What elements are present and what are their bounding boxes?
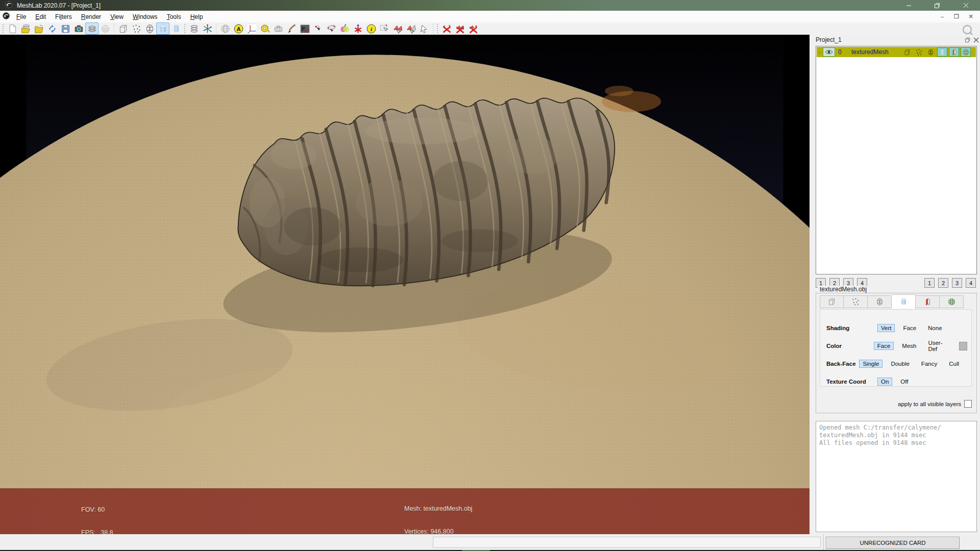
show-layer-dialog-icon[interactable] [85,22,99,35]
unrecognized-card-button[interactable]: UNRECOGNIZED CARD [826,537,960,549]
toolbar-handle[interactable] [184,23,186,34]
close-button[interactable] [951,0,980,11]
layer-row[interactable]: › 0 texturedMesh [817,47,976,57]
dock-close-icon[interactable] [973,36,979,45]
point-picking-icon[interactable] [311,22,325,35]
backface-cull-option[interactable]: Cull [945,360,963,368]
status-bar: UNRECOGNIZED CARD [0,534,980,550]
show-axis-icon[interactable]: A [232,22,245,35]
dock-float-icon[interactable] [965,36,970,45]
show-camera-icon[interactable] [272,22,285,35]
restore-button[interactable] [923,0,951,11]
drawmode-wireframe-icon[interactable] [143,22,156,35]
shading-vert-option[interactable]: Vert [877,324,895,332]
backface-fancy-option[interactable]: Fancy [918,360,941,368]
show-all-layers-icon[interactable] [187,22,201,35]
paint-tool-icon[interactable]: PP [298,22,311,35]
layer-texture-icon[interactable] [961,47,971,57]
drawmode-flat-icon[interactable] [156,22,169,35]
menu-view[interactable]: View [106,12,128,22]
svg-text:A: A [236,26,240,32]
open-project-icon[interactable] [19,22,32,35]
render-options-frame: Shading Vert Face None Color Face Mesh U… [820,309,972,387]
align-tool-icon[interactable] [325,22,338,35]
select-vertices-icon[interactable] [378,22,391,35]
import-mesh-icon[interactable] [32,22,45,35]
layer-bbox-icon[interactable] [902,47,912,57]
color-mesh-option[interactable]: Mesh [898,342,920,350]
texcoord-on-option[interactable]: On [877,378,892,386]
slot-button-4b[interactable]: 4 [966,278,976,288]
menu-edit[interactable]: Edit [31,12,51,22]
tab-wireframe[interactable] [868,295,892,308]
mdi-close-button[interactable]: ✕ [965,12,977,21]
delete-selected-faces-icon[interactable] [440,22,453,35]
tab-texture[interactable] [940,295,964,308]
log-line: texturedMesh.obj in 9144 msec [819,432,973,439]
texcoord-off-option[interactable]: Off [897,378,912,386]
snapshot-icon[interactable] [72,22,85,35]
hud-left-block: FOV: 60 FPS: 38.8 BO_RENDERING [81,491,132,534]
drawmode-smooth-icon[interactable] [169,22,183,35]
drawmode-boundingbox-icon[interactable] [116,22,130,35]
globe-icon[interactable] [218,22,232,35]
backface-double-option[interactable]: Double [887,360,913,368]
slot-button-1b[interactable]: 1 [924,278,935,288]
color-face-option[interactable]: Face [874,342,894,350]
backface-single-option[interactable]: Single [859,360,883,368]
shading-face-option[interactable]: Face [899,324,920,332]
xyz-axes-icon[interactable] [245,22,258,35]
3d-viewport-canvas[interactable]: FOV: 60 FPS: 38.8 BO_RENDERING Mesh: tex… [0,35,810,534]
slot-button-2b[interactable]: 2 [938,278,948,288]
menu-windows[interactable]: Windows [128,12,162,22]
toolbar-handle[interactable] [436,23,439,34]
reload-mesh-icon[interactable] [45,22,59,35]
slot-button-3b[interactable]: 3 [952,278,962,288]
select-faces-rect-icon[interactable] [391,22,404,35]
delete-selected-faces-and-vertices-icon[interactable] [467,22,480,35]
menu-tools[interactable]: Tools [162,12,186,22]
select-connected-icon[interactable] [404,22,418,35]
tab-smooth[interactable] [892,294,916,309]
quality-mapper-icon[interactable] [338,22,351,35]
drawmode-points-icon[interactable] [130,22,143,35]
toolbar-handle[interactable] [2,23,5,34]
log-line: Opened mesh C:/transfer/calymene/ [819,424,973,432]
z-painting-icon[interactable] [285,22,298,35]
title-bar: MeshLab 2020.07 - [Project_1] [0,0,980,11]
menu-file[interactable]: File [12,12,31,22]
measuring-tool-icon[interactable] [258,22,272,35]
minimize-button[interactable] [894,0,923,11]
visibility-eye-icon[interactable] [823,47,835,57]
apply-all-layers-checkbox[interactable] [964,400,972,408]
color-userdef-option[interactable]: User-Def [924,339,953,353]
layer-wireframe-icon[interactable] [925,47,936,57]
menu-render[interactable]: Render [77,12,106,22]
deselect-tool-icon[interactable] [418,22,431,35]
export-mesh-icon[interactable] [59,22,72,35]
layer-smooth-icon[interactable] [937,47,947,57]
layer-flat-icon[interactable] [949,47,959,57]
tab-flat[interactable] [916,295,940,308]
tab-boundingbox[interactable] [820,295,844,308]
shading-row: Shading Vert Face None [826,323,967,333]
new-project-icon[interactable] [6,22,19,35]
shading-none-option[interactable]: None [924,324,946,332]
apply-all-layers-row: apply to all visible layers [820,400,972,408]
dock-title: Project_1 [816,35,976,45]
delete-selected-vertices-icon[interactable] [453,22,467,35]
menu-help[interactable]: Help [186,12,208,22]
show-raster-mode-icon[interactable] [99,22,112,35]
layer-points-icon[interactable] [914,47,924,57]
get-info-icon[interactable]: i [364,22,378,35]
pick-points-icon[interactable] [351,22,364,35]
mdi-minimize-button[interactable]: – [936,12,948,21]
main-toolbar: A PP i [0,22,980,35]
expander-icon[interactable]: › [817,49,823,55]
mdi-restore-button[interactable]: ❐ [950,12,963,21]
trackball-icon[interactable] [201,22,214,35]
userdef-color-swatch[interactable] [959,342,967,350]
menu-bar: File Edit Filters Render View Windows To… [0,11,980,22]
menu-filters[interactable]: Filters [51,12,77,22]
tab-points[interactable] [844,295,868,308]
